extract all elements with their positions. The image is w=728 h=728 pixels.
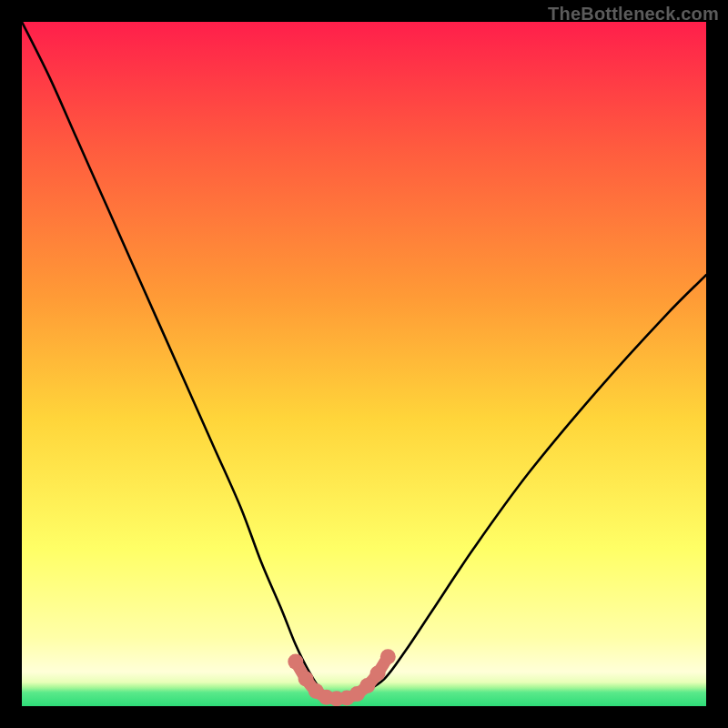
plot-area xyxy=(22,22,706,706)
marker-dot xyxy=(359,678,375,693)
watermark-text: TheBottleneck.com xyxy=(548,4,719,25)
marker-dot xyxy=(370,665,386,681)
marker-dot xyxy=(380,649,396,664)
marker-dot xyxy=(298,671,314,686)
gradient-bg xyxy=(22,22,706,706)
chart-frame: TheBottleneck.com xyxy=(0,0,728,728)
chart-svg xyxy=(22,22,706,706)
marker-dot xyxy=(288,654,303,670)
